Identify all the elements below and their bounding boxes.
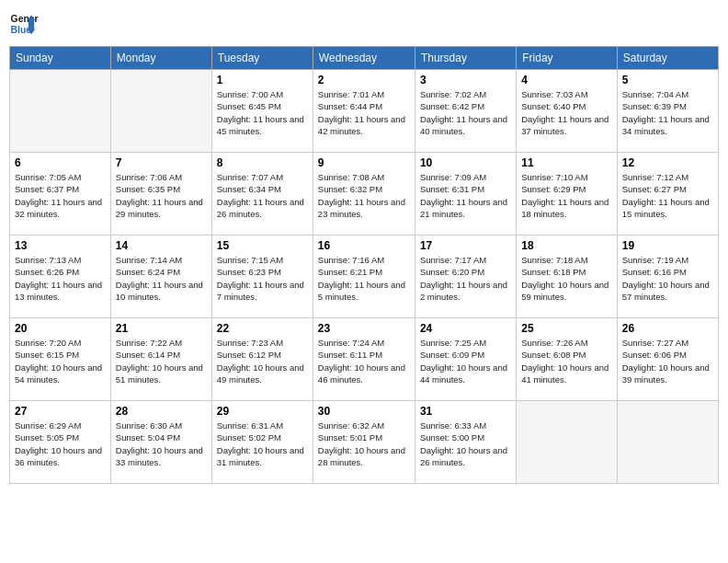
calendar-day-cell [517, 401, 618, 484]
day-number: 27 [15, 405, 106, 418]
day-info: Sunrise: 7:20 AMSunset: 6:15 PMDaylight:… [15, 337, 106, 385]
day-info: Sunrise: 7:09 AMSunset: 6:31 PMDaylight:… [420, 171, 511, 220]
day-number: 28 [116, 405, 207, 418]
day-number: 2 [318, 74, 410, 86]
calendar-day-cell: 6Sunrise: 7:05 AMSunset: 6:37 PMDaylight… [10, 153, 111, 236]
calendar-day-cell: 21Sunrise: 7:22 AMSunset: 6:14 PMDayligh… [110, 318, 211, 401]
calendar-day-cell: 28Sunrise: 6:30 AMSunset: 5:04 PMDayligh… [110, 401, 211, 484]
calendar-day-cell: 17Sunrise: 7:17 AMSunset: 6:20 PMDayligh… [415, 236, 516, 318]
calendar-day-cell: 27Sunrise: 6:29 AMSunset: 5:05 PMDayligh… [10, 401, 111, 484]
calendar-week-row: 13Sunrise: 7:13 AMSunset: 6:26 PMDayligh… [10, 236, 719, 318]
calendar-day-cell: 14Sunrise: 7:14 AMSunset: 6:24 PMDayligh… [110, 236, 211, 318]
weekday-header: Wednesday [313, 47, 415, 70]
day-info: Sunrise: 6:31 AMSunset: 5:02 PMDaylight:… [217, 419, 308, 468]
calendar-day-cell: 31Sunrise: 6:33 AMSunset: 5:00 PMDayligh… [415, 401, 516, 484]
day-number: 23 [318, 322, 410, 335]
calendar-day-cell: 12Sunrise: 7:12 AMSunset: 6:27 PMDayligh… [617, 153, 718, 236]
calendar-day-cell: 9Sunrise: 7:08 AMSunset: 6:32 PMDaylight… [313, 153, 415, 236]
calendar-day-cell: 15Sunrise: 7:15 AMSunset: 6:23 PMDayligh… [211, 236, 313, 318]
day-info: Sunrise: 7:16 AMSunset: 6:21 PMDaylight:… [318, 254, 410, 303]
day-number: 18 [521, 239, 612, 252]
calendar-week-row: 6Sunrise: 7:05 AMSunset: 6:37 PMDaylight… [10, 153, 719, 236]
calendar-day-cell [110, 70, 211, 153]
day-number: 4 [521, 74, 612, 86]
day-info: Sunrise: 7:06 AMSunset: 6:35 PMDaylight:… [116, 171, 207, 220]
day-info: Sunrise: 7:24 AMSunset: 6:11 PMDaylight:… [318, 337, 410, 385]
calendar-day-cell: 26Sunrise: 7:27 AMSunset: 6:06 PMDayligh… [617, 318, 718, 401]
day-number: 8 [217, 156, 308, 169]
day-info: Sunrise: 7:07 AMSunset: 6:34 PMDaylight:… [217, 171, 308, 220]
day-number: 15 [217, 239, 308, 252]
calendar-day-cell: 18Sunrise: 7:18 AMSunset: 6:18 PMDayligh… [517, 236, 618, 318]
weekday-header: Monday [110, 47, 211, 70]
page-header: General Blue [9, 9, 719, 39]
calendar-day-cell: 1Sunrise: 7:00 AMSunset: 6:45 PMDaylight… [211, 70, 313, 153]
day-number: 17 [420, 239, 511, 252]
day-number: 9 [318, 156, 410, 169]
day-number: 14 [116, 239, 207, 252]
calendar-day-cell: 23Sunrise: 7:24 AMSunset: 6:11 PMDayligh… [313, 318, 415, 401]
day-info: Sunrise: 7:23 AMSunset: 6:12 PMDaylight:… [217, 337, 308, 385]
logo-icon: General Blue [9, 9, 39, 39]
calendar-week-row: 27Sunrise: 6:29 AMSunset: 5:05 PMDayligh… [10, 401, 719, 484]
calendar-day-cell: 25Sunrise: 7:26 AMSunset: 6:08 PMDayligh… [517, 318, 618, 401]
day-info: Sunrise: 7:15 AMSunset: 6:23 PMDaylight:… [217, 254, 308, 303]
calendar-table: SundayMondayTuesdayWednesdayThursdayFrid… [9, 46, 719, 484]
calendar-day-cell: 16Sunrise: 7:16 AMSunset: 6:21 PMDayligh… [313, 236, 415, 318]
calendar-day-cell [617, 401, 718, 484]
day-number: 5 [622, 74, 713, 86]
day-info: Sunrise: 7:17 AMSunset: 6:20 PMDaylight:… [420, 254, 511, 303]
day-number: 19 [622, 239, 713, 252]
calendar-day-cell: 13Sunrise: 7:13 AMSunset: 6:26 PMDayligh… [10, 236, 111, 318]
day-info: Sunrise: 7:12 AMSunset: 6:27 PMDaylight:… [622, 171, 713, 220]
day-info: Sunrise: 7:08 AMSunset: 6:32 PMDaylight:… [318, 171, 410, 220]
day-info: Sunrise: 7:22 AMSunset: 6:14 PMDaylight:… [116, 337, 207, 385]
day-number: 29 [217, 405, 308, 418]
calendar-day-cell: 8Sunrise: 7:07 AMSunset: 6:34 PMDaylight… [211, 153, 313, 236]
day-number: 21 [116, 322, 207, 335]
day-number: 3 [420, 74, 511, 86]
calendar-week-row: 20Sunrise: 7:20 AMSunset: 6:15 PMDayligh… [10, 318, 719, 401]
day-number: 20 [15, 322, 106, 335]
day-info: Sunrise: 7:05 AMSunset: 6:37 PMDaylight:… [15, 171, 106, 220]
day-number: 22 [217, 322, 308, 335]
day-number: 16 [318, 239, 410, 252]
day-info: Sunrise: 7:04 AMSunset: 6:39 PMDaylight:… [622, 88, 713, 137]
calendar-day-cell [10, 70, 111, 153]
calendar-day-cell: 29Sunrise: 6:31 AMSunset: 5:02 PMDayligh… [211, 401, 313, 484]
day-info: Sunrise: 6:32 AMSunset: 5:01 PMDaylight:… [318, 419, 410, 468]
calendar-day-cell: 3Sunrise: 7:02 AMSunset: 6:42 PMDaylight… [415, 70, 516, 153]
day-number: 30 [318, 405, 410, 418]
day-info: Sunrise: 7:03 AMSunset: 6:40 PMDaylight:… [521, 88, 612, 137]
day-info: Sunrise: 6:29 AMSunset: 5:05 PMDaylight:… [15, 419, 106, 468]
day-number: 31 [420, 405, 511, 418]
weekday-header: Tuesday [211, 47, 313, 70]
day-info: Sunrise: 7:27 AMSunset: 6:06 PMDaylight:… [622, 337, 713, 385]
day-number: 13 [15, 239, 106, 252]
day-info: Sunrise: 7:14 AMSunset: 6:24 PMDaylight:… [116, 254, 207, 303]
weekday-header: Thursday [415, 47, 516, 70]
weekday-header-row: SundayMondayTuesdayWednesdayThursdayFrid… [10, 47, 719, 70]
calendar-day-cell: 5Sunrise: 7:04 AMSunset: 6:39 PMDaylight… [617, 70, 718, 153]
day-number: 26 [622, 322, 713, 335]
weekday-header: Friday [517, 47, 618, 70]
day-info: Sunrise: 7:25 AMSunset: 6:09 PMDaylight:… [420, 337, 511, 385]
calendar-day-cell: 7Sunrise: 7:06 AMSunset: 6:35 PMDaylight… [110, 153, 211, 236]
calendar-day-cell: 30Sunrise: 6:32 AMSunset: 5:01 PMDayligh… [313, 401, 415, 484]
calendar-day-cell: 11Sunrise: 7:10 AMSunset: 6:29 PMDayligh… [517, 153, 618, 236]
weekday-header: Sunday [10, 47, 111, 70]
day-number: 6 [15, 156, 106, 169]
day-number: 25 [521, 322, 612, 335]
day-info: Sunrise: 7:13 AMSunset: 6:26 PMDaylight:… [15, 254, 106, 303]
calendar-day-cell: 4Sunrise: 7:03 AMSunset: 6:40 PMDaylight… [517, 70, 618, 153]
weekday-header: Saturday [617, 47, 718, 70]
calendar-day-cell: 19Sunrise: 7:19 AMSunset: 6:16 PMDayligh… [617, 236, 718, 318]
day-number: 10 [420, 156, 511, 169]
logo: General Blue [9, 9, 39, 39]
day-number: 11 [521, 156, 612, 169]
calendar-day-cell: 2Sunrise: 7:01 AMSunset: 6:44 PMDaylight… [313, 70, 415, 153]
day-info: Sunrise: 7:02 AMSunset: 6:42 PMDaylight:… [420, 88, 511, 137]
calendar-week-row: 1Sunrise: 7:00 AMSunset: 6:45 PMDaylight… [10, 70, 719, 153]
day-info: Sunrise: 7:01 AMSunset: 6:44 PMDaylight:… [318, 88, 410, 137]
calendar-day-cell: 10Sunrise: 7:09 AMSunset: 6:31 PMDayligh… [415, 153, 516, 236]
